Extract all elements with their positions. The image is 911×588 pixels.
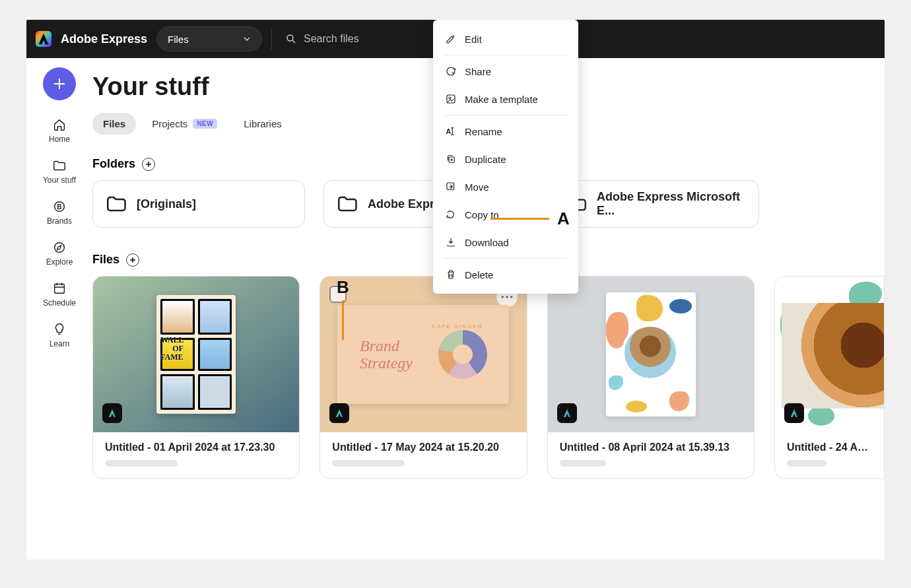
folder-icon — [105, 193, 127, 215]
menu-separator — [444, 55, 568, 55]
context-menu-label: Duplicate — [465, 154, 506, 165]
file-thumbnail: WALL OF FAME — [93, 277, 299, 432]
annotation-label: A — [557, 209, 570, 229]
file-card[interactable]: WALL OF FAME Untitled - 01 April 2024 at… — [92, 276, 300, 479]
new-badge: NEW — [193, 119, 217, 129]
adobe-express-logo — [36, 31, 51, 47]
context-menu-label: Share — [465, 66, 491, 77]
folder-name: Adobe Express Microsoft E... — [597, 190, 747, 218]
divider — [271, 28, 272, 50]
file-card[interactable]: ⋯ Brand Strategy CAFE GINGER Untitle — [320, 276, 527, 479]
brand-name: Adobe Express — [61, 32, 147, 46]
tab-label: Libraries — [244, 118, 282, 129]
annotation-line — [490, 218, 549, 220]
sidebar-item-label: Explore — [46, 257, 73, 267]
menu-separator — [444, 258, 568, 259]
file-card[interactable]: Untitled - 24 April 2 — [774, 276, 885, 479]
subtitle-skeleton — [332, 460, 405, 467]
delete-icon — [445, 269, 457, 280]
file-title: Untitled - 17 May 2024 at 15.20.20 — [332, 441, 514, 453]
sidebar-item-your-stuff[interactable]: Your stuff — [30, 153, 89, 190]
svg-text:A: A — [446, 127, 452, 135]
context-menu-move[interactable]: Move — [433, 173, 578, 201]
search-icon — [285, 33, 297, 45]
annotation-a: A — [490, 209, 570, 229]
adobe-express-badge-icon — [784, 403, 804, 423]
svg-point-0 — [287, 35, 293, 41]
context-menu-duplicate[interactable]: Duplicate — [433, 145, 578, 173]
svg-rect-5 — [55, 284, 65, 294]
folder-icon — [52, 158, 67, 173]
sidebar-item-brands[interactable]: B Brands — [30, 194, 89, 231]
thumb-text: CAFE GINGER — [432, 323, 483, 329]
create-new-button[interactable] — [43, 67, 76, 100]
logo-icon — [36, 32, 51, 46]
context-menu-label: Delete — [465, 269, 493, 280]
share-icon: + — [445, 65, 457, 77]
files-context-dropdown[interactable]: Files — [156, 26, 262, 51]
tab-files[interactable]: Files — [92, 113, 136, 135]
chevron-down-icon — [243, 35, 251, 43]
tab-label: Files — [103, 118, 125, 129]
annotation-label: B — [337, 277, 349, 298]
file-title: Untitled - 08 April 2024 at 15.39.13 — [560, 441, 742, 453]
file-thumbnail — [548, 277, 754, 432]
compass-icon — [52, 240, 67, 255]
edit-icon — [445, 33, 457, 45]
subtitle-skeleton — [560, 460, 606, 467]
annotation-b: B — [337, 277, 349, 340]
svg-point-12 — [449, 97, 451, 99]
calendar-icon — [52, 281, 67, 296]
subtitle-skeleton — [105, 460, 178, 467]
context-menu-make-template[interactable]: Make a template — [433, 85, 578, 113]
adobe-express-badge-icon — [102, 403, 122, 423]
folder-name: [Originals] — [137, 197, 196, 211]
folder-card[interactable]: [Originals] — [92, 180, 305, 228]
context-menu-label: Edit — [465, 34, 482, 45]
sidebar-item-explore[interactable]: Explore — [30, 235, 89, 272]
copy-to-icon — [445, 209, 457, 220]
context-menu-share[interactable]: + Share — [433, 57, 578, 85]
context-menu-label: Download — [465, 237, 509, 248]
file-thumbnail: ⋯ Brand Strategy CAFE GINGER — [320, 277, 526, 432]
duplicate-icon — [445, 153, 457, 165]
context-menu-download[interactable]: Download — [433, 228, 578, 256]
sidebar-item-label: Schedule — [43, 298, 76, 308]
rename-icon: A — [445, 125, 457, 137]
plus-icon — [52, 77, 67, 91]
files-context-label: Files — [168, 34, 189, 45]
context-menu: Edit + Share Make a template A Rename Du… — [433, 20, 578, 294]
annotation-line — [342, 300, 344, 340]
file-card[interactable]: Untitled - 08 April 2024 at 15.39.13 — [547, 276, 755, 479]
add-file-button[interactable]: ＋ — [126, 253, 139, 267]
menu-separator — [444, 115, 568, 115]
context-menu-delete[interactable]: Delete — [433, 261, 578, 288]
svg-line-1 — [292, 40, 295, 43]
sidebar-item-home[interactable]: Home — [30, 112, 89, 149]
tab-projects[interactable]: Projects NEW — [141, 113, 228, 135]
file-title: Untitled - 01 April 2024 at 17.23.30 — [105, 441, 287, 453]
move-icon — [445, 181, 457, 193]
home-icon — [52, 117, 67, 132]
files-row: WALL OF FAME Untitled - 01 April 2024 at… — [92, 276, 885, 479]
thumb-text: Strategy — [360, 354, 413, 372]
tab-label: Projects — [152, 118, 187, 129]
search-bar[interactable] — [281, 33, 875, 45]
sidebar-item-label: Learn — [50, 339, 70, 348]
add-folder-button[interactable]: ＋ — [142, 158, 155, 171]
svg-text:B: B — [57, 203, 61, 211]
tab-libraries[interactable]: Libraries — [233, 113, 292, 135]
sidebar-item-label: Brands — [47, 216, 72, 226]
thumb-text: Brand — [360, 337, 413, 354]
sidebar-item-label: Home — [49, 135, 70, 144]
sidebar-item-learn[interactable]: Learn — [30, 317, 89, 354]
context-menu-label: Rename — [465, 126, 502, 137]
folder-icon — [336, 193, 358, 215]
folder-card[interactable]: Adobe Express Microsoft E... — [555, 180, 759, 228]
svg-text:+: + — [454, 67, 457, 71]
context-menu-label: Move — [465, 181, 489, 193]
context-menu-edit[interactable]: Edit — [433, 25, 578, 53]
adobe-express-badge-icon — [557, 403, 577, 423]
sidebar-item-schedule[interactable]: Schedule — [30, 276, 89, 313]
context-menu-rename[interactable]: A Rename — [433, 117, 578, 145]
